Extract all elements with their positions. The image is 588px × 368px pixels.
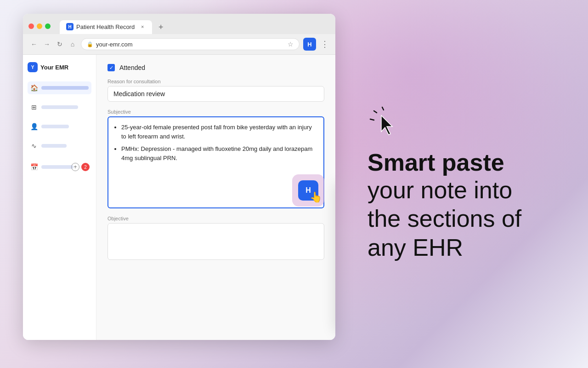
browser-section: H Patient Health Record × + ← → ↻ ⌂ 🔒 [0, 0, 340, 368]
back-button[interactable]: ← [29, 40, 39, 49]
subjective-bullet-2: PMHx: Depression - managed with fluoxeti… [121, 144, 318, 162]
extension-button[interactable]: H [303, 38, 316, 51]
subjective-bullet-list: 25-year-old female presented post fall f… [114, 123, 318, 162]
cursor-icon-container [368, 106, 400, 140]
tab-bar: H Patient Health Record × + [60, 19, 330, 33]
sidebar-nav-user[interactable]: 👤 [28, 120, 91, 133]
attended-checkbox[interactable]: ✓ [107, 64, 115, 71]
address-bar: ← → ↻ ⌂ 🔒 your-emr.com ☆ H ⋮ [23, 34, 335, 55]
sidebar-nav-calendar[interactable]: 📅 + 2 [28, 161, 91, 173]
subjective-label: Subjective [107, 109, 324, 115]
reason-input[interactable]: Medication review [107, 86, 324, 102]
reason-field-group: Reason for consultation Medication revie… [107, 79, 324, 102]
hero-text: Smart paste your note intothe sections o… [368, 150, 521, 262]
address-field[interactable]: 🔒 your-emr.com ☆ [81, 38, 300, 50]
wave-icon: ∿ [30, 142, 38, 150]
browser-window: H Patient Health Record × + ← → ↻ ⌂ 🔒 [23, 14, 335, 340]
sidebar-logo-text: Your EMR [40, 64, 68, 71]
lock-icon: 🔒 [87, 41, 93, 47]
tab-title: Patient Health Record [76, 23, 135, 30]
tab-close-button[interactable]: × [139, 23, 146, 30]
attended-section: ✓ Attended [107, 64, 324, 71]
maximize-traffic-light[interactable] [45, 23, 51, 29]
emr-sidebar: Y Your EMR 🏠 ⊞ 👤 ∿ [23, 55, 96, 340]
browser-titlebar: H Patient Health Record × + [23, 14, 335, 34]
reason-label: Reason for consultation [107, 79, 324, 84]
grid-icon: ⊞ [30, 104, 38, 111]
traffic-lights [28, 23, 51, 29]
smart-paste-inner: H 👆 [298, 180, 318, 201]
sidebar-nav-home[interactable]: 🏠 [28, 81, 91, 94]
browser-content: Y Your EMR 🏠 ⊞ 👤 ∿ [23, 55, 335, 340]
cursor-hand-icon: 👆 [310, 191, 322, 203]
click-cursor-icon [368, 106, 400, 138]
sidebar-nav-wave[interactable]: ∿ [28, 139, 91, 152]
smart-paste-button[interactable]: H 👆 [292, 174, 324, 207]
nav-placeholder-1 [41, 86, 89, 90]
close-traffic-light[interactable] [28, 23, 34, 29]
nav-placeholder-4 [41, 144, 67, 148]
new-tab-button[interactable]: + [155, 21, 167, 33]
hero-section: Smart paste your note intothe sections o… [340, 0, 588, 368]
checkmark-icon: ✓ [109, 65, 113, 71]
objective-label: Objective [107, 216, 324, 221]
sidebar-logo-icon: Y [28, 62, 38, 72]
nav-placeholder-2 [41, 105, 78, 109]
bookmark-icon[interactable]: ☆ [288, 40, 294, 48]
svg-line-2 [370, 119, 374, 120]
refresh-button[interactable]: ↻ [55, 40, 64, 49]
svg-line-1 [374, 111, 377, 113]
sidebar-nav-grid[interactable]: ⊞ [28, 101, 91, 114]
objective-section: Objective [107, 216, 324, 260]
svg-line-0 [382, 107, 384, 110]
emr-main: ✓ Attended Reason for consultation Medic… [96, 55, 335, 340]
forward-button[interactable]: → [42, 40, 51, 49]
tab-favicon: H [66, 23, 74, 30]
sidebar-add-button[interactable]: + [71, 163, 79, 171]
nav-placeholder-3 [41, 125, 69, 128]
attended-label: Attended [119, 64, 145, 71]
home-icon: 🏠 [30, 84, 38, 92]
minimize-traffic-light[interactable] [37, 23, 42, 29]
url-text: your-emr.com [96, 41, 285, 48]
hero-heading-light: your note intothe sections ofany EHR [368, 177, 521, 261]
hero-heading-bold: Smart paste [368, 149, 504, 176]
calendar-icon: 📅 [30, 163, 38, 171]
nav-placeholder-5 [41, 165, 74, 169]
active-tab[interactable]: H Patient Health Record × [60, 20, 152, 34]
sidebar-logo: Y Your EMR [28, 62, 91, 72]
subjective-bullet-1: 25-year-old female presented post fall f… [121, 123, 318, 141]
home-button[interactable]: ⌂ [68, 40, 77, 49]
browser-menu-button[interactable]: ⋮ [321, 39, 329, 49]
objective-textarea[interactable] [107, 223, 324, 260]
user-icon: 👤 [30, 123, 38, 130]
extension-icon: H [307, 41, 311, 48]
sidebar-badge: 2 [81, 163, 90, 171]
